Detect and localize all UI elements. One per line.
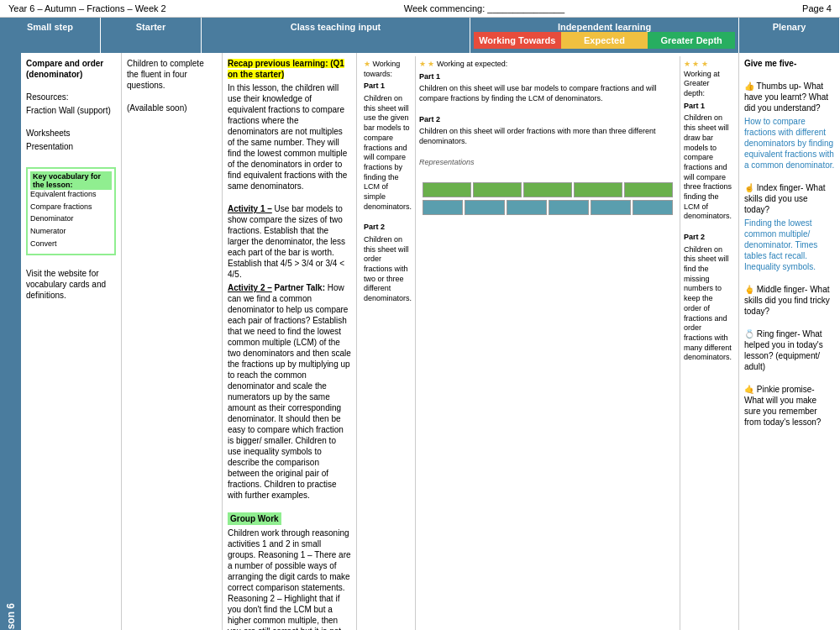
group-work1-text: Children work through reasoning activiti… [228,528,351,630]
bar-seg [574,182,622,197]
lesson-label: Lesson 6 [0,53,21,630]
group-work1-label: Group Work [228,512,281,525]
vocab-box: Key vocabulary for the lesson: Equivalen… [26,167,116,255]
bar-seg [423,200,463,215]
ring-text: 💍 Ring finger- What helped you in today'… [744,328,835,372]
page-header: Year 6 – Autumn – Fractions – Week 2 Wee… [0,0,840,18]
index-blue2-text: Finding the lowest common multiple/ deno… [744,218,835,272]
bar-seg [523,182,572,197]
bar-seg [633,200,673,215]
resources-label: Resources: [26,92,116,102]
plenary-title: Give me five- [744,59,796,68]
small-step-column: Compare and order (denominator) Resource… [21,53,122,630]
header-class-teaching: Class teaching input [202,18,470,53]
intro-text: In this lesson, the children will use th… [228,82,351,192]
greater-depth-cell: ★ ★ ★ Working at Greater depth: Part 1 C… [680,56,735,630]
bar-row-2 [423,200,673,215]
header-small-step: Small step [0,18,101,53]
column-headers: Small step Starter Class teaching input … [0,18,840,53]
indep-content-grid: ★ Working towards: Part 1 Children on th… [360,56,735,630]
plenary-column: Give me five- 👍 Thumbs up- What have you… [739,53,840,630]
header-left: Year 6 – Autumn – Fractions – Week 2 [8,3,166,13]
thumbs-text: 👍 Thumbs up- What have you learnt? What … [744,81,835,113]
worksheets: Worksheets [26,128,116,139]
fraction-wall: Fraction Wall (support) [26,105,116,116]
bar-seg [473,182,522,197]
greater-depth-header: Greater Depth [648,32,735,49]
bar-seg [423,182,471,197]
bar-seg [465,200,505,215]
bar-seg [549,200,589,215]
bar-seg [624,182,673,197]
available-text: (Available soon) [127,102,217,113]
recap-label: Recap previous learning: (Q1 on the star… [228,59,344,79]
header-independent: Independent learning Working Towards Exp… [470,18,739,53]
bar-models [419,176,676,221]
index-text: ☝ Index finger- What skills did you use … [744,182,835,215]
header-right: Page 4 [802,3,832,13]
visit-text: Visit the website for vocabulary cards a… [26,268,116,301]
starter-text: Children to complete the fluent in four … [127,58,217,91]
header-center: Week commencing: _______________ [404,3,564,13]
indep-subheaders: Working Towards Expected Greater Depth [474,32,735,49]
content-grid: Lesson 6 Compare and order (denominator)… [0,53,840,630]
expected-cell: ★ ★ Working at expected: Part 1 Children… [416,56,680,630]
pinkie-text: 🤙 Pinkie promise- What will you make sur… [744,384,835,428]
working-towards-cell: ★ Working towards: Part 1 Children on th… [360,56,416,630]
independent-column: ★ Working towards: Part 1 Children on th… [357,53,739,630]
working-towards-header: Working Towards [474,32,561,49]
activity1-text: Activity 1 – Use bar models to show comp… [228,203,351,280]
middle-text: 🖕 Middle finger- What skills did you fin… [744,284,835,317]
small-step-title: Compare and order (denominator) [26,59,103,79]
vocab-label: Key vocabulary for the lesson: [30,171,112,190]
header-plenary: Plenary [739,18,840,53]
presentation: Presentation [26,141,116,152]
activity2-text: Activity 2 – Partner Talk: How can we fi… [228,282,351,501]
class-teaching-column: Recap previous learning: (Q1 on the star… [223,53,357,630]
index-blue-text: How to compare fractions with different … [744,116,835,171]
page-wrapper: Year 6 – Autumn – Fractions – Week 2 Wee… [0,0,840,630]
bar-seg [591,200,631,215]
starter-column: Children to complete the fluent in four … [122,53,223,630]
bar-row-1 [423,182,673,197]
bar-seg [507,200,547,215]
expected-header: Expected [561,32,648,49]
header-starter: Starter [101,18,202,53]
